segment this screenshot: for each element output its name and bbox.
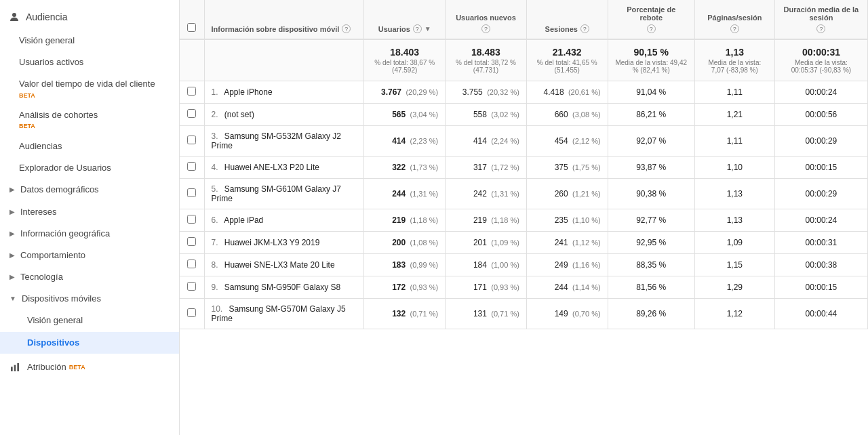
sidebar-item-vision-general[interactable]: Visión general [0, 30, 179, 51]
table-row: 5. Samsung SM-G610M Galaxy J7 Prime 244 … [180, 179, 868, 209]
totals-paginas-value: 1,13 [702, 47, 768, 58]
nuevos-cell: 3.755 (20,32 %) [446, 81, 527, 104]
usuarios-value: 244 [392, 189, 406, 199]
sidebar-item-demograficos[interactable]: ▶ Datos demográficos [0, 179, 179, 201]
totals-duracion-value: 00:00:31 [782, 47, 861, 58]
sidebar-item-audiencias[interactable]: Audiencias [0, 136, 179, 157]
row-checkbox[interactable] [187, 87, 196, 96]
row-checkbox-cell[interactable] [180, 209, 204, 232]
rebote-value: 91,04 % [636, 87, 666, 97]
sidebar: Audiencia Visión general Usuarios activo… [0, 0, 180, 435]
duracion-cell: 00:00:44 [774, 299, 867, 329]
beta-badge-cohortes: BETA [19, 122, 168, 131]
sidebar-item-cohortes[interactable]: Análisis de cohortes BETA [0, 104, 179, 136]
table-row: 1. Apple iPhone 3.767 (20,29 %) 3.755 (2… [180, 81, 868, 104]
help-icon-sesiones[interactable]: ? [580, 24, 589, 33]
row-checkbox[interactable] [187, 308, 196, 317]
nuevos-cell: 242 (1,31 %) [446, 179, 527, 209]
sidebar-item-explorador[interactable]: Explorador de Usuarios [0, 157, 179, 179]
sidebar-item-vision-general-dispositivos[interactable]: Visión general [0, 310, 179, 331]
duracion-value: 00:00:44 [806, 309, 837, 318]
paginas-cell: 1,09 [694, 232, 774, 254]
usuarios-value: 3.767 [381, 87, 401, 97]
row-checkbox-cell[interactable] [180, 299, 204, 329]
row-checkbox-cell[interactable] [180, 157, 204, 179]
row-checkbox[interactable] [187, 188, 196, 197]
help-icon-duracion[interactable]: ? [816, 24, 825, 33]
row-checkbox[interactable] [187, 109, 196, 118]
chevron-right-icon: ▶ [9, 185, 15, 194]
help-icon-info[interactable]: ? [342, 24, 351, 33]
rebote-value: 88,35 % [636, 260, 666, 270]
row-checkbox[interactable] [187, 162, 196, 171]
col-label-nuevos: Usuarios nuevos [456, 14, 516, 22]
totals-label-cell [204, 39, 364, 81]
help-icon-paginas[interactable]: ? [730, 24, 739, 33]
totals-rebote-sub: Media de la vista: 49,42 % (82,41 %) [615, 59, 688, 74]
svg-point-0 [12, 13, 16, 17]
row-checkbox[interactable] [187, 260, 196, 268]
nuevos-value: 558 [473, 110, 487, 119]
rebote-value: 92,77 % [636, 215, 666, 225]
row-checkbox[interactable] [187, 237, 196, 246]
table-row: 8. Huawei SNE-LX3 Mate 20 Lite 183 (0,99… [180, 254, 868, 276]
sort-down-icon[interactable]: ▼ [425, 25, 431, 33]
usuarios-value: 219 [392, 215, 406, 225]
nuevos-pct: (1,09 %) [491, 239, 519, 247]
atribucion-icon [9, 362, 20, 373]
usuarios-cell: 565 (3,04 %) [364, 104, 446, 126]
sidebar-item-comportamiento[interactable]: ▶ Comportamiento [0, 245, 179, 266]
totals-sesiones-sub: % del total: 41,65 % (51.455) [534, 59, 601, 74]
sidebar-item-valor-vida[interactable]: Valor del tiempo de vida del cliente BET… [0, 73, 179, 104]
sidebar-item-intereses[interactable]: ▶ Intereses [0, 201, 179, 223]
sesiones-pct: (1,12 %) [572, 239, 601, 247]
rebote-value: 89,26 % [636, 309, 666, 318]
table-row: 10. Samsung SM-G570M Galaxy J5 Prime 132… [180, 299, 868, 329]
sidebar-item-dispositivos-moviles[interactable]: ▼ Dispositivos móviles [0, 288, 179, 310]
sidebar-item-usuarios-activos[interactable]: Usuarios activos [0, 51, 179, 73]
sesiones-pct: (1,21 %) [572, 190, 601, 198]
row-checkbox[interactable] [187, 136, 196, 144]
nuevos-value: 317 [473, 163, 487, 172]
row-checkbox[interactable] [187, 282, 196, 291]
rebote-cell: 88,35 % [608, 254, 694, 276]
sesiones-value: 454 [555, 136, 568, 146]
sidebar-item-geografica[interactable]: ▶ Información geográfica [0, 223, 179, 245]
rebote-cell: 81,56 % [608, 276, 694, 299]
rebote-cell: 89,26 % [608, 299, 694, 329]
row-checkbox-cell[interactable] [180, 104, 204, 126]
row-checkbox-cell[interactable] [180, 81, 204, 104]
usuarios-cell: 132 (0,71 %) [364, 299, 446, 329]
totals-rebote-value: 90,15 % [615, 47, 688, 58]
rebote-cell: 92,07 % [608, 126, 694, 157]
col-label-usuarios: Usuarios [378, 25, 410, 33]
paginas-cell: 1,15 [694, 254, 774, 276]
paginas-cell: 1,10 [694, 157, 774, 179]
nuevos-pct: (1,72 %) [491, 163, 519, 171]
device-name: Apple iPad [224, 215, 263, 225]
sidebar-item-atribucion[interactable]: Atribución BETA [0, 356, 179, 378]
usuarios-cell: 322 (1,73 %) [364, 157, 446, 179]
help-icon-usuarios[interactable]: ? [413, 24, 422, 33]
row-checkbox[interactable] [187, 215, 196, 224]
row-checkbox-cell[interactable] [180, 254, 204, 276]
help-icon-nuevos[interactable]: ? [481, 24, 490, 33]
usuarios-pct: (0,71 %) [410, 310, 439, 318]
usuarios-pct: (3,04 %) [410, 110, 439, 119]
help-icon-rebote[interactable]: ? [647, 24, 656, 33]
row-checkbox-cell[interactable] [180, 179, 204, 209]
sidebar-item-dispositivos[interactable]: Dispositivos [0, 332, 179, 354]
sidebar-item-tecnologia[interactable]: ▶ Tecnología [0, 266, 179, 288]
checkbox-header[interactable] [180, 0, 204, 39]
nuevos-cell: 558 (3,02 %) [446, 104, 527, 126]
row-number: 9. [212, 283, 218, 292]
row-checkbox-cell[interactable] [180, 126, 204, 157]
row-checkbox-cell[interactable] [180, 232, 204, 254]
nuevos-cell: 201 (1,09 %) [446, 232, 527, 254]
sesiones-value: 235 [555, 215, 568, 225]
duracion-value: 00:00:15 [806, 283, 837, 292]
col-header-duracion: Duración media de la sesión ? [774, 0, 867, 39]
row-checkbox-cell[interactable] [180, 276, 204, 299]
select-all-checkbox[interactable] [187, 23, 196, 32]
chevron-right-icon: ▶ [9, 272, 15, 282]
